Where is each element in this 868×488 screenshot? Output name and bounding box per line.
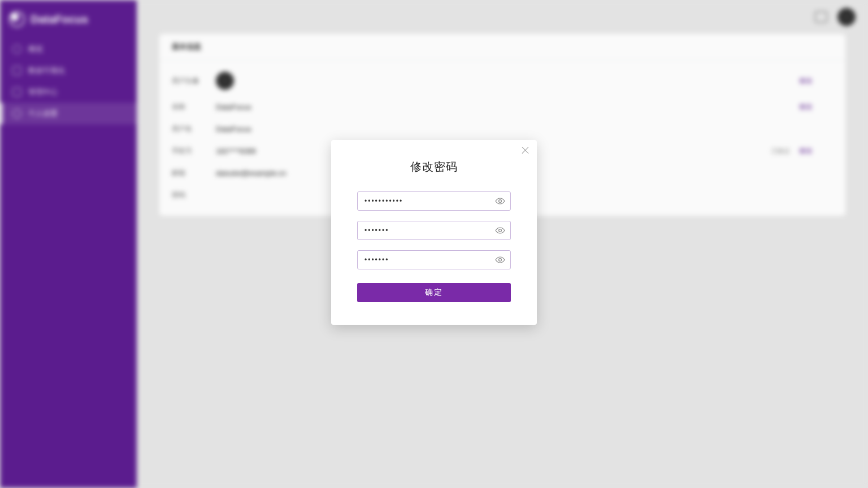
svg-point-1 — [499, 229, 502, 232]
eye-icon[interactable] — [495, 256, 505, 263]
modal-overlay: 修改密码 确定 — [0, 0, 868, 488]
new-password-input[interactable] — [357, 221, 511, 240]
confirm-password-field — [357, 250, 511, 269]
eye-icon[interactable] — [495, 198, 505, 204]
submit-button[interactable]: 确定 — [357, 283, 511, 302]
confirm-password-input[interactable] — [357, 250, 511, 269]
close-icon[interactable] — [521, 146, 530, 155]
change-password-modal: 修改密码 确定 — [331, 140, 537, 325]
eye-icon[interactable] — [495, 227, 505, 234]
svg-point-0 — [499, 200, 502, 203]
svg-point-2 — [499, 259, 502, 262]
old-password-input[interactable] — [357, 191, 511, 211]
new-password-field — [357, 221, 511, 240]
old-password-field — [357, 191, 511, 211]
modal-title: 修改密码 — [331, 159, 537, 175]
